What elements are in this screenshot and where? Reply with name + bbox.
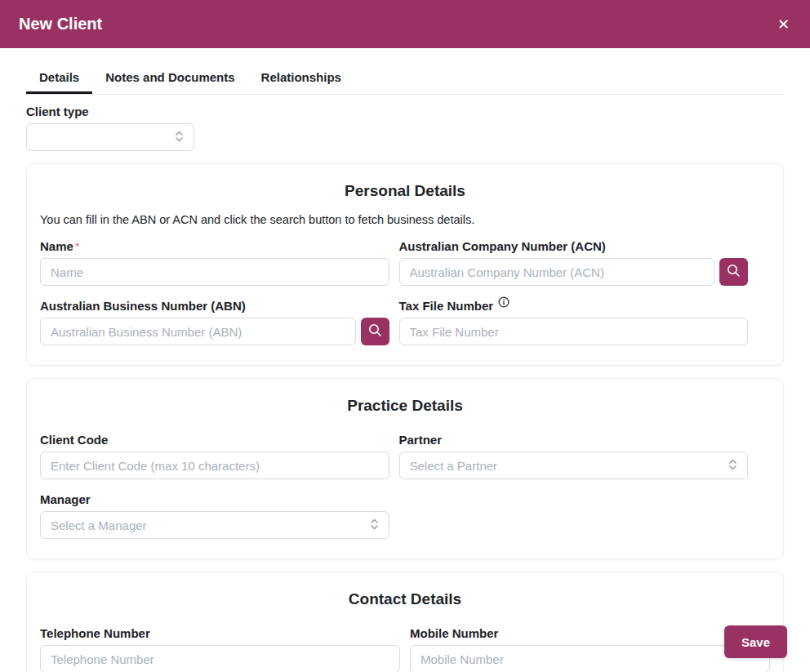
- abn-input[interactable]: [40, 318, 356, 345]
- tfn-label: Tax File Number: [399, 299, 749, 313]
- personal-details-card: Personal Details You can fill in the ABN…: [26, 163, 784, 366]
- acn-input[interactable]: [399, 258, 715, 286]
- client-type-label: Client type: [26, 105, 784, 118]
- acn-search-button[interactable]: [719, 258, 748, 286]
- telephone-label: Telephone Number: [40, 626, 400, 640]
- mobile-label: Mobile Number: [410, 626, 770, 640]
- modal-header: New Client ✕: [0, 0, 810, 48]
- partner-label: Partner: [399, 433, 749, 447]
- tab-notes-and-documents[interactable]: Notes and Documents: [92, 65, 247, 94]
- contact-details-title: Contact Details: [40, 590, 770, 608]
- client-code-input[interactable]: [40, 452, 389, 479]
- partner-placeholder: Select a Partner: [410, 459, 498, 473]
- personal-details-title: Personal Details: [40, 182, 770, 200]
- telephone-input[interactable]: [40, 645, 400, 672]
- tab-relationships[interactable]: Relationships: [248, 65, 354, 94]
- contact-details-card: Contact Details Telephone Number Mobile …: [26, 572, 784, 672]
- manager-placeholder: Select a Manager: [51, 518, 147, 532]
- chevron-updown-icon: [175, 130, 184, 145]
- required-asterisk: *: [75, 239, 80, 253]
- info-icon[interactable]: [498, 296, 510, 310]
- personal-details-subtitle: You can fill in the ABN or ACN and click…: [40, 213, 770, 226]
- manager-select[interactable]: Select a Manager: [40, 511, 389, 539]
- mobile-input[interactable]: [410, 645, 770, 672]
- practice-details-card: Practice Details Client Code Partner Sel…: [26, 378, 784, 559]
- abn-label: Australian Business Number (ABN): [40, 299, 389, 313]
- close-icon[interactable]: ✕: [776, 16, 791, 33]
- chevron-updown-icon: [728, 458, 737, 474]
- search-icon: [727, 264, 741, 280]
- client-code-label: Client Code: [40, 433, 389, 447]
- partner-select[interactable]: Select a Partner: [399, 452, 749, 479]
- name-input[interactable]: [40, 258, 389, 286]
- tab-bar: Details Notes and Documents Relationship…: [26, 65, 784, 95]
- search-icon: [368, 323, 382, 340]
- tfn-input[interactable]: [399, 318, 749, 345]
- tab-details[interactable]: Details: [26, 65, 92, 94]
- client-type-select[interactable]: [26, 123, 194, 151]
- manager-label: Manager: [40, 492, 389, 506]
- save-button[interactable]: Save: [724, 625, 787, 658]
- practice-details-title: Practice Details: [40, 397, 770, 415]
- modal-title: New Client: [19, 15, 102, 33]
- chevron-updown-icon: [370, 518, 379, 533]
- name-label: Name*: [40, 239, 389, 253]
- acn-label: Australian Company Number (ACN): [399, 239, 749, 253]
- abn-search-button[interactable]: [361, 318, 389, 345]
